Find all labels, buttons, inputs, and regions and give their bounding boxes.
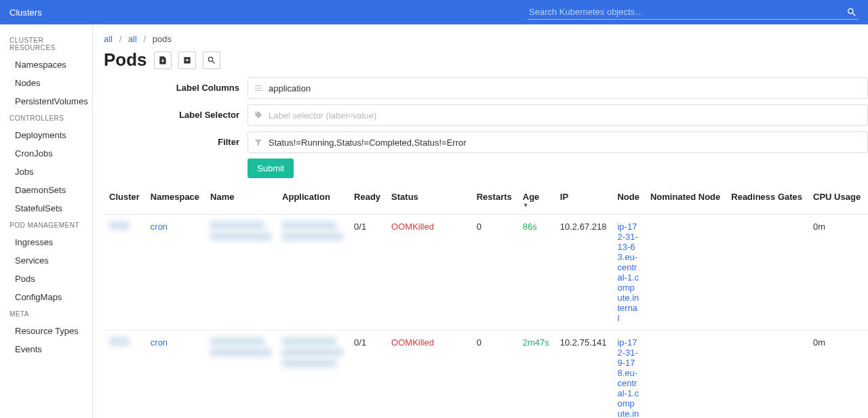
- cell-namespace: cron: [145, 215, 205, 331]
- sidebar-group-title: POD MANAGEMENT: [0, 217, 92, 233]
- sidebar-item-cronjobs[interactable]: CronJobs: [0, 144, 92, 163]
- cell-node: ip-172-31-9-178.eu-central-1.compute.int…: [612, 331, 645, 419]
- cell-age: 86s: [517, 215, 555, 331]
- breadcrumb-sep: /: [140, 34, 151, 44]
- namespace-link[interactable]: cron: [151, 337, 167, 348]
- label-selector-input[interactable]: [269, 110, 862, 121]
- cell-age: 2m47s: [517, 331, 555, 419]
- search-icon: [207, 56, 216, 65]
- tag-icon: [254, 110, 263, 120]
- table-row[interactable]: cron0/1OOMKilled02m47s10.2.75.141ip-172-…: [104, 331, 868, 419]
- col-age[interactable]: Age▼: [517, 186, 555, 215]
- cell-ready: 0/1: [349, 215, 386, 331]
- sidebar-group-title: CLUSTER RESOURCES: [0, 33, 92, 56]
- col-node[interactable]: Node: [612, 186, 645, 215]
- sidebar-item-namespaces[interactable]: Namespaces: [0, 56, 92, 74]
- node-link[interactable]: ip-172-31-13-63.eu-central-1.compute.int…: [617, 222, 639, 323]
- sidebar-item-resource types[interactable]: Resource Types: [0, 322, 92, 340]
- node-link[interactable]: ip-172-31-9-178.eu-central-1.compute.int…: [617, 337, 639, 418]
- pods-table: Cluster Namespace Name Application Ready…: [104, 186, 868, 418]
- download-icon: [158, 56, 167, 65]
- download-button[interactable]: [154, 51, 172, 69]
- breadcrumb-current: pods: [153, 34, 172, 44]
- submit-button[interactable]: Submit: [248, 159, 294, 178]
- cell-application: [277, 215, 349, 331]
- cell-name: [205, 331, 277, 419]
- sidebar-item-ingresses[interactable]: Ingresses: [0, 233, 92, 251]
- label-selector-wrap[interactable]: [248, 104, 868, 126]
- filter-icon: [254, 138, 263, 147]
- dropdown-button[interactable]: [178, 51, 196, 69]
- main-content: all / all / pods Pods Label Columns: [93, 24, 868, 418]
- breadcrumb-all-1[interactable]: all: [104, 34, 113, 44]
- filter-input[interactable]: [269, 138, 862, 148]
- cell-namespace: cron: [145, 331, 205, 419]
- sidebar-item-nodes[interactable]: Nodes: [0, 74, 92, 92]
- cell-ready: 0/1: [349, 331, 386, 419]
- col-ready[interactable]: Ready: [349, 186, 386, 215]
- sidebar-group-title: CONTROLLERS: [0, 110, 92, 126]
- cell-status: OOMKilled: [386, 215, 471, 331]
- cell-cluster: [104, 215, 145, 331]
- col-status[interactable]: Status: [386, 186, 471, 215]
- sidebar: CLUSTER RESOURCESNamespacesNodesPersiste…: [0, 24, 93, 418]
- cell-ip: 10.2.75.141: [555, 331, 612, 419]
- breadcrumb-sep: /: [115, 34, 126, 44]
- breadcrumb-all-2[interactable]: all: [128, 34, 137, 44]
- cell-nominated-node: [645, 215, 726, 331]
- sidebar-item-pods[interactable]: Pods: [0, 270, 92, 288]
- columns-icon: [254, 83, 263, 93]
- label-selector-label: Label Selector: [104, 104, 239, 126]
- cell-status: OOMKilled: [386, 331, 471, 419]
- filter-wrap[interactable]: [248, 131, 868, 153]
- filter-form: Label Columns Label Selector Filter Subm…: [104, 77, 868, 178]
- sidebar-item-jobs[interactable]: Jobs: [0, 163, 92, 181]
- cell-cpu: 0m: [808, 331, 866, 419]
- cell-readiness-gates: [726, 215, 808, 331]
- sidebar-item-services[interactable]: Services: [0, 251, 92, 270]
- sidebar-item-statefulsets[interactable]: StatefulSets: [0, 199, 92, 217]
- search-button[interactable]: [203, 51, 220, 69]
- cell-cluster: [104, 331, 145, 419]
- search-input[interactable]: [529, 7, 841, 17]
- label-columns-wrap[interactable]: [248, 77, 868, 99]
- col-cluster[interactable]: Cluster: [104, 186, 145, 215]
- cell-readiness-gates: [726, 331, 808, 419]
- header-search[interactable]: [528, 5, 859, 20]
- sidebar-item-daemonsets[interactable]: DaemonSets: [0, 181, 92, 199]
- cell-node: ip-172-31-13-63.eu-central-1.compute.int…: [612, 215, 645, 331]
- table-header-row: Cluster Namespace Name Application Ready…: [104, 186, 868, 215]
- breadcrumb: all / all / pods: [104, 34, 868, 44]
- label-columns-label: Label Columns: [104, 77, 239, 99]
- namespace-link[interactable]: cron: [151, 222, 167, 232]
- table-row[interactable]: cron0/1OOMKilled086s10.2.67.218ip-172-31…: [104, 215, 868, 331]
- cell-application: [277, 331, 349, 419]
- col-namespace[interactable]: Namespace: [145, 186, 205, 215]
- col-application[interactable]: Application: [277, 186, 349, 215]
- filter-label: Filter: [104, 131, 239, 153]
- page-title-row: Pods: [104, 49, 868, 70]
- col-cpu[interactable]: CPU Usage: [808, 186, 866, 215]
- sidebar-item-events[interactable]: Events: [0, 340, 92, 358]
- page-title: Pods: [104, 49, 147, 70]
- cell-name: [205, 215, 277, 331]
- sort-desc-icon: ▼: [523, 202, 549, 209]
- col-ip[interactable]: IP: [555, 186, 612, 215]
- sidebar-item-deployments[interactable]: Deployments: [0, 126, 92, 144]
- search-icon: [846, 7, 857, 18]
- cell-nominated-node: [645, 331, 726, 419]
- col-readiness-gates[interactable]: Readiness Gates: [726, 186, 808, 215]
- cell-ip: 10.2.67.218: [555, 215, 612, 331]
- cell-restarts: 0: [471, 215, 517, 331]
- cell-cpu: 0m: [808, 215, 866, 331]
- sidebar-item-configmaps[interactable]: ConfigMaps: [0, 288, 92, 306]
- sidebar-item-persistentvolumes[interactable]: PersistentVolumes: [0, 92, 92, 110]
- chevron-down-icon: [182, 56, 192, 65]
- col-restarts[interactable]: Restarts: [471, 186, 517, 215]
- col-nominated-node[interactable]: Nominated Node: [645, 186, 726, 215]
- app-header: Clusters: [0, 0, 868, 24]
- header-title: Clusters: [9, 7, 42, 18]
- label-columns-input[interactable]: [269, 83, 862, 93]
- cell-restarts: 0: [471, 331, 517, 419]
- col-name[interactable]: Name: [205, 186, 277, 215]
